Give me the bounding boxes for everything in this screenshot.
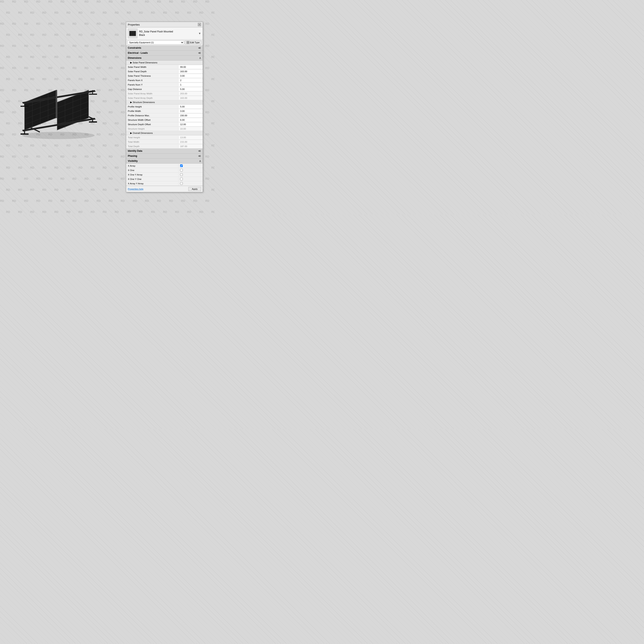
watermark-text: RD	[193, 199, 197, 202]
prop-profile-width[interactable]: Profile Width 3.00	[126, 109, 203, 113]
prop-total-depth: Total Depth 187.00	[126, 144, 203, 149]
watermark-text: RD	[211, 100, 215, 103]
profile-height-value[interactable]: 5.00	[179, 105, 203, 108]
x-one-checkbox-cell[interactable]	[179, 168, 203, 172]
structure-height-value: 10.00	[179, 127, 203, 131]
watermark-text: RD	[193, 0, 197, 3]
prop-solar-panel-width[interactable]: Solar Panel Width 99.00	[126, 65, 203, 69]
prop-solar-panel-array-width: Solar Panel Array Width 203.00	[126, 91, 203, 96]
watermark-text: RD	[163, 210, 167, 214]
solar-panel-width-label: Solar Panel Width	[126, 65, 179, 69]
close-button[interactable]: ×	[198, 23, 201, 26]
x-one-y-one-checkbox[interactable]	[180, 178, 183, 180]
profile-distance-max-label: Profile Distance Max.	[126, 114, 179, 117]
prop-x-array-y-array[interactable]: X Array Y Array	[126, 181, 203, 186]
watermark-text: RD	[139, 210, 143, 214]
prop-x-one-y-one[interactable]: X One Y One	[126, 177, 203, 181]
structure-width-offset-value[interactable]: 6.00	[179, 118, 203, 122]
section-visibility[interactable]: Visibility ∧	[126, 159, 203, 164]
panel-title: Properties	[128, 23, 140, 26]
prop-x-one[interactable]: X One	[126, 168, 203, 172]
watermark-text: RD	[175, 11, 179, 14]
watermark-text: RD	[199, 11, 203, 14]
solar-panel-width-value[interactable]: 99.00	[179, 65, 203, 69]
apply-button[interactable]: Apply	[188, 187, 201, 191]
subsection-solar-panel-dimensions[interactable]: ▶ Solar Panel Dimensions	[126, 61, 203, 65]
watermark-text: RD	[121, 89, 125, 92]
solar-panel-depth-label: Solar Panel Depth	[126, 70, 179, 73]
watermark-text: RD	[205, 133, 209, 136]
section-phasing[interactable]: Phasing ≪	[126, 154, 203, 159]
x-one-y-array-checkbox-cell[interactable]	[179, 173, 203, 176]
gap-distance-value[interactable]: 5.00	[179, 87, 203, 91]
solar-panel-thickness-label: Solar Panel Thickness	[126, 74, 179, 78]
total-depth-label: Total Depth	[126, 144, 179, 148]
watermark-text: RD	[121, 44, 125, 47]
panels-num-x-value[interactable]: 2	[179, 78, 203, 82]
prop-total-width: Total Width 215.00	[126, 140, 203, 144]
watermark-text: RD	[127, 11, 131, 14]
prop-structure-depth-offset[interactable]: Structure Depth Offset 12.00	[126, 122, 203, 127]
section-identity-data[interactable]: Identity Data ≪	[126, 149, 203, 154]
x-one-y-one-label: X One Y One	[126, 177, 179, 181]
x-array-y-array-checkbox-cell[interactable]	[179, 182, 203, 185]
prop-profile-height[interactable]: Profile Height 5.00	[126, 104, 203, 109]
watermark-text: RD	[205, 199, 209, 202]
x-array-checkbox[interactable]	[180, 164, 183, 167]
edit-type-button[interactable]: Edit Type	[185, 40, 201, 44]
x-array-y-array-checkbox[interactable]	[180, 182, 183, 185]
prop-panels-num-y[interactable]: Panels Num Y 1	[126, 83, 203, 87]
total-width-label: Total Width	[126, 140, 179, 144]
watermark-text: RD	[151, 11, 155, 14]
prop-gap-distance[interactable]: Gap Distance 5.00	[126, 87, 203, 91]
x-one-checkbox[interactable]	[180, 169, 183, 171]
structure-depth-offset-value[interactable]: 12.00	[179, 123, 203, 126]
watermark-text: RD	[121, 66, 125, 70]
section-constraints[interactable]: Constraints ≪	[126, 45, 203, 51]
watermark-text: RD	[181, 199, 185, 202]
x-one-y-one-checkbox-cell[interactable]	[179, 177, 203, 181]
solar-panel-array-depth-value: 163.00	[179, 96, 203, 100]
panels-num-y-value[interactable]: 1	[179, 83, 203, 87]
prop-solar-panel-thickness[interactable]: Solar Panel Thickness 3.00	[126, 74, 203, 78]
prop-panels-num-x[interactable]: Panels Num X 2	[126, 78, 203, 83]
properties-help-link[interactable]: Properties help	[128, 188, 143, 190]
component-name: RD_Solar Panel Flush Mounted Black	[139, 30, 197, 37]
prop-x-one-y-array[interactable]: X One Y Array	[126, 172, 203, 177]
solar-panel-thickness-value[interactable]: 3.00	[179, 74, 203, 78]
category-dropdown[interactable]: Specialty Equipment (1)	[127, 40, 184, 44]
section-dimensions[interactable]: Dimensions ∧	[126, 56, 203, 61]
prop-solar-panel-depth[interactable]: Solar Panel Depth 163.00	[126, 69, 203, 74]
prop-profile-distance-max[interactable]: Profile Distance Max. 150.00	[126, 113, 203, 118]
structure-depth-offset-label: Structure Depth Offset	[126, 123, 179, 126]
panels-num-x-label: Panels Num X	[126, 78, 179, 82]
watermark-text: RD	[157, 0, 161, 3]
properties-content[interactable]: Constraints ≪ Electrical - Loads ≪ Dimen…	[126, 45, 203, 186]
watermark-text: RD	[133, 199, 137, 202]
structure-height-label: Structure Height	[126, 127, 179, 131]
profile-distance-max-value[interactable]: 150.00	[179, 114, 203, 117]
subsection-overall-dimensions[interactable]: ▶ Overall Dimensions	[126, 131, 203, 135]
edit-type-icon	[187, 41, 189, 44]
prop-x-array[interactable]: X Array	[126, 164, 203, 168]
profile-width-value[interactable]: 3.00	[179, 109, 203, 113]
watermark-text: RD	[205, 155, 209, 158]
prop-structure-width-offset[interactable]: Structure Width Offset 6.00	[126, 118, 203, 122]
gap-distance-label: Gap Distance	[126, 87, 179, 91]
component-icon	[128, 29, 137, 38]
svg-rect-41	[129, 35, 136, 36]
dimensions-toggle-icon: ∧	[199, 56, 201, 60]
subsection-structure-dimensions[interactable]: ▶ Structure Dimensions	[126, 100, 203, 104]
x-array-checkbox-cell[interactable]	[179, 164, 203, 168]
watermark-text: RD	[205, 111, 209, 114]
panel-footer: Properties help Apply	[126, 186, 203, 192]
watermark-text: RD	[145, 0, 149, 3]
component-dropdown-arrow[interactable]: ▼	[198, 32, 201, 35]
watermark-text: RD	[175, 210, 179, 214]
watermark-text: RD	[211, 33, 215, 36]
x-one-y-array-checkbox[interactable]	[180, 173, 183, 176]
watermark-text: RD	[121, 111, 125, 114]
solar-panel-depth-value[interactable]: 163.00	[179, 70, 203, 73]
identity-data-toggle-icon: ≪	[198, 149, 201, 153]
section-electrical-loads[interactable]: Electrical - Loads ≪	[126, 51, 203, 56]
